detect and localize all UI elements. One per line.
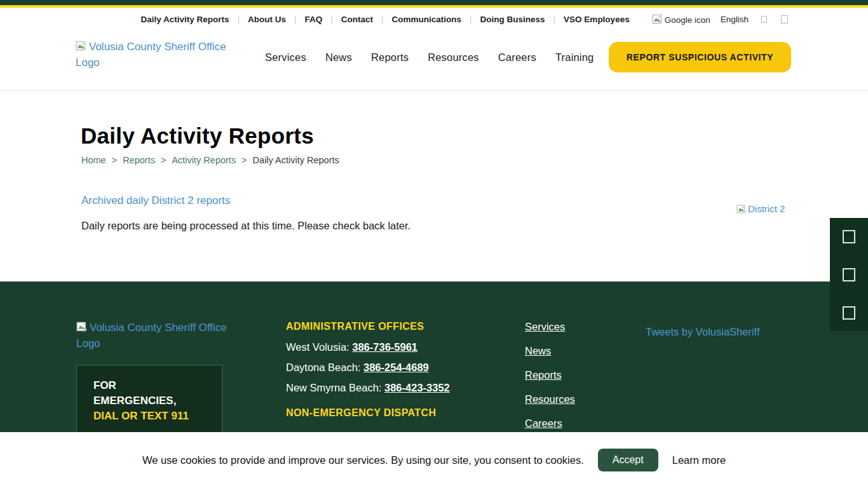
broken-image-icon (76, 322, 88, 332)
social-icon-placeholder-2[interactable] (843, 268, 855, 281)
social-sidebar (830, 218, 868, 331)
emergency-line-2: DIAL OR TEXT 911 (93, 409, 222, 424)
archived-reports-link[interactable]: Archived daily District 2 reports (81, 194, 230, 207)
office-phone-row: New Smyrna Beach: 386-423-3352 (286, 382, 502, 393)
administrative-offices-section: ADMINISTRATIVE OFFICES West Volusia: 386… (286, 321, 502, 419)
page-title: Daily Activity Reports (81, 123, 314, 149)
office-label: New Smyrna Beach: (286, 382, 381, 393)
broken-image-icon (736, 205, 747, 214)
report-suspicious-activity-button[interactable]: REPORT SUSPICIOUS ACTIVITY (609, 42, 791, 72)
google-icon-alt-text: Google icon (665, 15, 710, 25)
phone-link-new-smyrna-beach[interactable]: 386-423-3352 (384, 382, 450, 393)
nav-item-resources[interactable]: Resources (428, 51, 479, 64)
nav-item-services[interactable]: Services (265, 51, 306, 64)
utility-item-vso-employees[interactable]: VSO Employees (555, 15, 638, 24)
district-2-alt-text: District 2 (748, 203, 785, 214)
page-root: Daily Activity Reports | About Us | FAQ … (0, 0, 868, 488)
breadcrumb-separator: > (161, 155, 166, 165)
search-icon[interactable] (781, 15, 788, 24)
breadcrumb-home[interactable]: Home (81, 155, 106, 165)
phone-link-west-volusia[interactable]: 386-736-5961 (352, 341, 417, 353)
main-nav: Services News Reports Resources Careers … (265, 51, 594, 64)
nav-item-news[interactable]: News (325, 51, 352, 64)
broken-image-icon (652, 14, 664, 25)
google-translate-widget[interactable]: Google icon (652, 14, 710, 25)
office-phone-row: West Volusia: 386-736-5961 (286, 341, 502, 353)
nav-item-careers[interactable]: Careers (498, 51, 536, 64)
office-label: West Volusia: (286, 341, 349, 353)
site-footer: Volusia County Sheriff Office Logo FOR E… (0, 281, 868, 432)
footer-link-careers[interactable]: Careers (525, 417, 562, 429)
footer-logo[interactable]: Volusia County Sheriff Office Logo (76, 320, 227, 351)
logo-alt-text: Volusia County Sheriff Office Logo (76, 41, 226, 69)
footer-nav: Services News Reports Resources Careers (525, 321, 575, 432)
breadcrumb-current: Daily Activity Reports (253, 155, 339, 165)
cookie-message: We use cookies to provide and improve ou… (142, 454, 584, 466)
utility-item-contact[interactable]: Contact (333, 15, 381, 24)
social-icon-placeholder-1[interactable] (843, 230, 855, 243)
utility-item-daily-activity-reports[interactable]: Daily Activity Reports (132, 15, 237, 24)
processing-status-message: Daily reports are being processed at thi… (81, 220, 410, 232)
phone-link-daytona-beach[interactable]: 386-254-4689 (363, 362, 429, 373)
twitter-feed-link[interactable]: Tweets by VolusiaSheriff (646, 326, 759, 338)
nav-item-reports[interactable]: Reports (371, 51, 409, 64)
office-label: Daytona Beach: (286, 362, 360, 373)
district-2-image: District 2 (736, 203, 785, 214)
accept-cookies-button[interactable]: Accept (598, 449, 658, 471)
utility-item-communications[interactable]: Communications (384, 15, 470, 24)
breadcrumb-reports[interactable]: Reports (123, 155, 155, 165)
non-emergency-dispatch-heading: NON-EMERGENCY DISPATCH (286, 407, 502, 419)
utility-nav: Daily Activity Reports | About Us | FAQ … (132, 13, 788, 25)
breadcrumb: Home > Reports > Activity Reports > Dail… (81, 155, 339, 165)
breadcrumb-separator: > (112, 155, 117, 165)
language-dropdown-icon[interactable] (761, 16, 767, 23)
footer-link-services[interactable]: Services (525, 321, 565, 332)
utility-item-about-us[interactable]: About Us (240, 15, 294, 24)
footer-logo-alt-text: Volusia County Sheriff Office Logo (76, 322, 227, 349)
learn-more-link[interactable]: Learn more (672, 454, 726, 466)
breadcrumb-separator: > (241, 155, 247, 165)
emergency-notice-box: FOR EMERGENCIES, DIAL OR TEXT 911 (76, 365, 222, 432)
top-green-stripe (0, 0, 868, 5)
breadcrumb-activity-reports[interactable]: Activity Reports (172, 155, 236, 165)
cookie-consent-banner: We use cookies to provide and improve ou… (0, 432, 868, 488)
utility-item-faq[interactable]: FAQ (297, 15, 331, 24)
utility-item-doing-business[interactable]: Doing Business (472, 15, 553, 24)
footer-link-resources[interactable]: Resources (525, 393, 575, 405)
nav-item-training[interactable]: Training (555, 51, 594, 64)
language-selector[interactable]: English (721, 15, 749, 24)
footer-link-news[interactable]: News (525, 345, 551, 356)
emergency-line-1: FOR EMERGENCIES, (93, 378, 179, 409)
administrative-offices-heading: ADMINISTRATIVE OFFICES (286, 321, 502, 332)
footer-link-reports[interactable]: Reports (525, 369, 562, 381)
broken-image-icon (76, 41, 88, 51)
social-icon-placeholder-3[interactable] (843, 306, 855, 320)
office-phone-row: Daytona Beach: 386-254-4689 (286, 362, 502, 373)
site-logo[interactable]: Volusia County Sheriff Office Logo (76, 39, 227, 71)
